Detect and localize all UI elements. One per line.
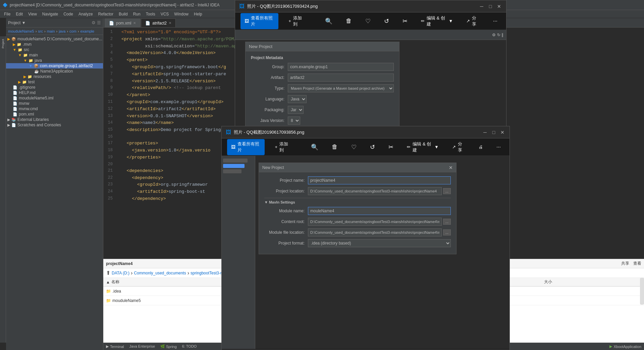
dialog-2-input-projloc[interactable] — [308, 187, 442, 195]
tree-label-package: com.example.group1.atrifact2 — [40, 63, 93, 68]
dialog-2-select-format[interactable]: .idea (directory based) — [308, 239, 451, 247]
menu-build[interactable]: Build — [116, 11, 130, 17]
atrifact-tab-close[interactable]: ✕ — [169, 21, 171, 25]
dialog-2-browse-content-btn[interactable]: ... — [443, 219, 451, 225]
tree-item-app[interactable]: ☕ Name3Application — [6, 69, 103, 74]
maximize-btn-2[interactable]: □ — [491, 129, 497, 135]
view-all-btn-1[interactable]: 🖼 查看所有照片 — [240, 13, 278, 29]
tree-item-main[interactable]: ▼ 📁 main — [6, 52, 103, 58]
dialog-2-browse-btn[interactable]: ... — [443, 188, 451, 194]
close-btn-1[interactable]: ✕ — [496, 3, 502, 9]
tree-item-mvnwcmd[interactable]: 📄 mvnw.cmd — [6, 106, 103, 112]
status-todo[interactable]: 6: TODO — [182, 344, 197, 349]
view-btn[interactable]: 查看 — [633, 261, 641, 266]
minimize-btn-2[interactable]: ─ — [482, 129, 488, 135]
menu-analyze[interactable]: Analyze — [76, 11, 96, 17]
edit-dropdown-1[interactable]: ▼ — [449, 18, 453, 24]
dialog-select-type[interactable]: Maven Project (Generate a Maven based pr… — [288, 84, 394, 92]
rotate-btn-2[interactable]: ↺ — [367, 141, 378, 153]
zoom-btn-2[interactable]: 🔍 — [308, 141, 322, 153]
edit-btn-2[interactable]: ✏ 编辑 & 创建 ▼ — [404, 139, 442, 155]
share-btn-2[interactable]: ↗ 分享 — [449, 139, 469, 155]
bc-common[interactable]: Commonly_used_documents — [134, 271, 186, 275]
menu-help[interactable]: Help — [191, 11, 205, 17]
more-btn-2[interactable]: ⋯ — [493, 142, 504, 151]
dialog-2-input-projname[interactable] — [308, 176, 451, 184]
minimize-btn-1[interactable]: ─ — [479, 3, 485, 9]
print-btn-2[interactable]: 🖨 — [475, 142, 486, 151]
sidebar-item-bg-1 — [223, 159, 248, 163]
dialog-2-browse-modfile-btn[interactable]: ... — [443, 229, 451, 235]
dialog-select-packaging[interactable]: Jar — [288, 106, 304, 114]
delete-btn-1[interactable]: 🗑 — [342, 15, 355, 27]
add-to-btn-2[interactable]: + 添加到 — [271, 139, 294, 155]
tree-item-mvnw[interactable]: 📄 mvnw — [6, 101, 103, 106]
line-content-12: <artifactId>atrifact2</artifactId> — [121, 106, 216, 113]
menu-view[interactable]: View — [25, 11, 40, 17]
tree-item-java[interactable]: ▼ 📁 java — [6, 58, 103, 63]
tree-item-iml[interactable]: 📄 mouduleName5.iml — [6, 95, 103, 101]
tree-item-mvn[interactable]: ▶ 📁 .mvn — [6, 42, 103, 47]
folder-icon-idea: 📁 — [106, 289, 111, 294]
dialog-2-input-modfile[interactable] — [308, 228, 442, 236]
rotate-btn-1[interactable]: ↺ — [381, 15, 392, 27]
tab-pom[interactable]: 📄 pom.xml ✕ — [105, 18, 140, 27]
menu-refactor[interactable]: Refactor — [96, 11, 116, 17]
line-gutter-23 — [115, 181, 121, 188]
tree-item-test[interactable]: ▶ 📁 test — [6, 79, 103, 85]
maximize-btn-1[interactable]: □ — [487, 3, 493, 9]
settings-icon[interactable]: ⚙ — [92, 20, 96, 25]
run-config[interactable]: ▶ XbootApplication — [609, 344, 641, 349]
share-btn[interactable]: 共享 — [621, 261, 629, 266]
vtab-project[interactable]: Project — [1, 36, 5, 51]
more-btn-1[interactable]: ⋯ — [490, 16, 501, 26]
tree-item-resources[interactable]: ▶ 📁 resources — [6, 74, 103, 79]
dialog-2-input-content[interactable] — [308, 218, 442, 226]
dialog-select-javaversion[interactable]: 8 — [288, 117, 300, 125]
dialog-title-1: New Project — [246, 42, 399, 51]
tree-item-package[interactable]: ▼ 📦 com.example.group1.atrifact2 — [6, 63, 103, 69]
tree-item-help[interactable]: 📄 HELP.md — [6, 90, 103, 95]
menu-code[interactable]: Code — [61, 11, 76, 17]
menu-navigate[interactable]: Navigate — [40, 11, 61, 17]
zoom-btn-1[interactable]: 🔍 — [322, 15, 336, 27]
status-java-enterprise[interactable]: Java Enterprise — [129, 344, 155, 349]
crop-btn-2[interactable]: ✂ — [385, 141, 397, 153]
menu-window[interactable]: Window — [171, 11, 191, 17]
line-gutter-12 — [115, 106, 121, 113]
menu-file[interactable]: File — [1, 11, 13, 17]
pom-tab-close[interactable]: ✕ — [133, 21, 136, 25]
menu-edit[interactable]: Edit — [13, 11, 25, 17]
menu-tools[interactable]: Tools — [143, 11, 158, 17]
close-btn-2[interactable]: ✕ — [499, 129, 505, 135]
tree-item-src[interactable]: ▼ 📁 src — [6, 47, 103, 52]
tree-item-gitignore[interactable]: 📄 .gitignore — [6, 85, 103, 90]
scrollbar-thumb[interactable] — [640, 278, 644, 305]
heart-btn-1[interactable]: ♡ — [362, 15, 374, 27]
dialog-input-artifact[interactable] — [288, 74, 394, 82]
dialog-input-group[interactable] — [288, 63, 394, 71]
delete-btn-2[interactable]: 🗑 — [328, 141, 341, 152]
tree-item-extlib[interactable]: ▶ 📚 External Libraries — [6, 117, 103, 122]
share-btn-1[interactable]: ↗ 分享 — [463, 13, 483, 29]
view-all-btn-2[interactable]: 🖼 查看所有照片 — [227, 139, 265, 155]
add-to-btn-1[interactable]: + 添加到 — [285, 13, 308, 29]
tab-atrifact2[interactable]: 📄 atrifact2 ✕ — [141, 18, 176, 27]
menu-vcs[interactable]: VCS — [158, 11, 172, 17]
tree-item-root[interactable]: ▶ 📦 mouduleName5 D:\Commonly_used_docume… — [6, 36, 103, 42]
tree-item-pom[interactable]: 📄 pom.xml — [6, 112, 103, 117]
bc-datad[interactable]: DATA (D:) — [112, 271, 129, 275]
status-terminal[interactable]: ▶ Terminal — [106, 344, 124, 349]
edit-dropdown-2[interactable]: ▼ — [434, 144, 439, 149]
dialog-select-language[interactable]: Java — [288, 95, 307, 103]
status-spring[interactable]: 🌿 Spring — [160, 344, 177, 349]
edit-btn-1[interactable]: ✏ 编辑 & 创建 ▼ — [418, 13, 457, 29]
tree-item-scratches[interactable]: ▶ 📄 Scratches and Consoles — [6, 122, 103, 128]
collapse-icon[interactable]: ☰ — [97, 20, 101, 25]
heart-btn-2[interactable]: ♡ — [348, 141, 360, 153]
dialog-2-input-modname[interactable] — [308, 207, 451, 215]
line-content-25: </dependency> — [121, 195, 166, 203]
menu-run[interactable]: Run — [130, 11, 143, 17]
crop-btn-1[interactable]: ✂ — [399, 15, 411, 27]
dialog-2-close[interactable]: ✕ — [449, 165, 453, 170]
